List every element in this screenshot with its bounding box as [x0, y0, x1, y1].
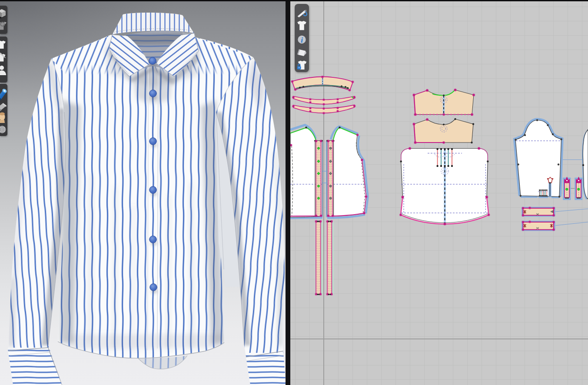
svg-text:i: i — [301, 36, 303, 44]
